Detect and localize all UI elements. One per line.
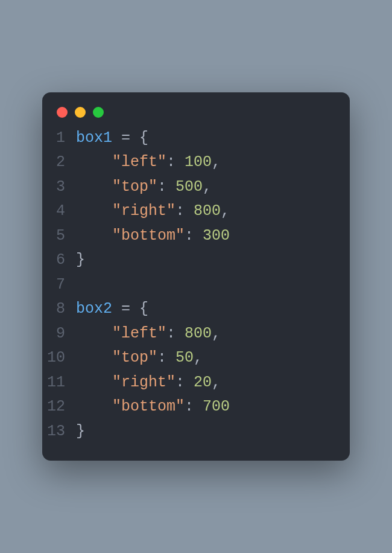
code-line: 4 "right": 800, (42, 199, 350, 224)
code-line: 6} (42, 248, 350, 273)
token-op: = (112, 129, 139, 147)
line-content: "bottom": 300 (76, 224, 350, 249)
line-number: 8 (42, 297, 76, 322)
token-brace: { (139, 300, 148, 318)
line-content: box2 = { (76, 297, 350, 322)
line-number: 6 (42, 248, 76, 273)
code-line: 8box2 = { (42, 297, 350, 322)
token-str: "bottom" (112, 398, 185, 415)
code-window: 1box1 = {2 "left": 100,3 "top": 500,4 "r… (42, 92, 350, 461)
token-num: 500 (175, 178, 203, 196)
line-number: 3 (42, 175, 76, 200)
line-content: "top": 50, (76, 346, 350, 371)
token-punc: : (185, 227, 203, 245)
zoom-icon[interactable] (93, 107, 104, 118)
token-op (76, 398, 112, 415)
code-line: 2 "left": 100, (42, 150, 350, 175)
line-number: 9 (42, 322, 76, 347)
line-number: 7 (42, 273, 76, 298)
token-punc: : (166, 153, 185, 171)
token-str: "top" (112, 178, 157, 196)
line-content: "left": 100, (76, 150, 350, 175)
line-number: 2 (42, 150, 76, 175)
token-punc: , (212, 325, 221, 342)
line-number: 1 (42, 126, 76, 151)
code-line: 13} (42, 420, 350, 444)
token-punc: , (212, 153, 221, 171)
line-number: 12 (42, 395, 76, 420)
line-content: box1 = { (76, 126, 350, 151)
token-brace: { (139, 129, 148, 147)
token-num: 800 (194, 202, 221, 220)
token-op (76, 153, 112, 171)
line-content: } (76, 248, 350, 273)
token-str: "right" (112, 202, 175, 220)
line-number: 5 (42, 224, 76, 249)
token-punc: : (157, 178, 175, 196)
token-str: "bottom" (112, 227, 185, 245)
line-content (76, 273, 350, 298)
token-str: "right" (112, 374, 175, 391)
token-var: box1 (76, 129, 112, 147)
window-titlebar (42, 107, 350, 126)
token-num: 700 (203, 398, 230, 415)
code-line: 11 "right": 20, (42, 371, 350, 395)
token-op (76, 325, 112, 342)
token-num: 100 (185, 153, 212, 171)
token-punc: : (157, 349, 175, 366)
token-num: 800 (185, 325, 212, 342)
code-line: 12 "bottom": 700 (42, 395, 350, 420)
line-content: "top": 500, (76, 175, 350, 200)
token-num: 20 (194, 374, 212, 391)
token-var: box2 (76, 300, 112, 318)
line-content: } (76, 420, 350, 444)
line-number: 4 (42, 199, 76, 224)
line-content: "bottom": 700 (76, 395, 350, 420)
code-line: 7 (42, 273, 350, 298)
token-num: 50 (175, 349, 194, 366)
token-punc: , (203, 178, 212, 196)
token-op (76, 178, 112, 196)
token-punc: : (166, 325, 185, 342)
line-number: 13 (42, 420, 76, 444)
token-punc: , (212, 374, 221, 391)
line-number: 10 (42, 346, 76, 371)
token-op: = (112, 300, 139, 318)
code-area: 1box1 = {2 "left": 100,3 "top": 500,4 "r… (42, 126, 350, 444)
minimize-icon[interactable] (75, 107, 86, 118)
token-punc: , (221, 202, 230, 220)
token-punc: : (175, 202, 194, 220)
code-line: 9 "left": 800, (42, 322, 350, 347)
token-brace: } (76, 423, 85, 440)
token-brace: } (76, 251, 85, 269)
code-line: 3 "top": 500, (42, 175, 350, 200)
token-op (76, 374, 112, 391)
token-num: 300 (203, 227, 230, 245)
token-str: "left" (112, 153, 166, 171)
line-content: "right": 800, (76, 199, 350, 224)
code-line: 10 "top": 50, (42, 346, 350, 371)
token-punc: : (175, 374, 194, 391)
line-number: 11 (42, 371, 76, 395)
token-op (76, 349, 112, 366)
token-op (76, 202, 112, 220)
token-str: "left" (112, 325, 166, 342)
token-punc: , (194, 349, 203, 366)
token-punc: : (185, 398, 203, 415)
code-line: 1box1 = { (42, 126, 350, 151)
line-content: "left": 800, (76, 322, 350, 347)
line-content: "right": 20, (76, 371, 350, 395)
code-line: 5 "bottom": 300 (42, 224, 350, 249)
token-op (76, 227, 112, 245)
close-icon[interactable] (57, 107, 68, 118)
token-str: "top" (112, 349, 157, 366)
